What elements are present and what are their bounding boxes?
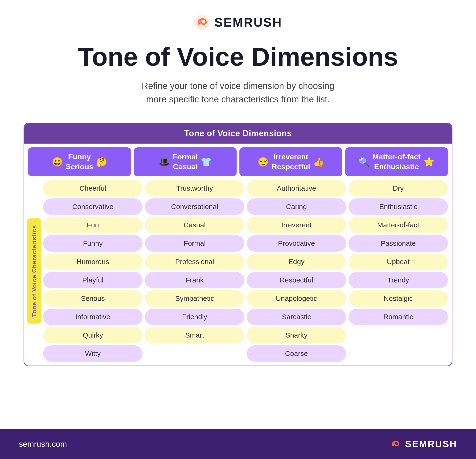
- semrush-logo-icon: [194, 14, 210, 31]
- cell-r6c3: Nostalgic: [348, 290, 448, 307]
- cell-r5c2: Respectful: [247, 272, 346, 288]
- col3-label: IrreverentRespectful: [272, 152, 310, 172]
- col-header-matter-enthusiastic: 🔍 Matter-of-factEnthusiastic ⭐: [345, 147, 448, 176]
- side-label: Tone of Voice Characteristics: [27, 218, 41, 324]
- table-row: Serious Sympathetic Unapologetic Nostalg…: [43, 290, 448, 307]
- cell-r2c2: Irreverent: [247, 217, 346, 233]
- cell-r4c1: Professional: [145, 254, 244, 270]
- cell-r1c1: Conversational: [145, 198, 244, 215]
- cell-r9c2: Coarse: [247, 345, 346, 362]
- footer-semrush-icon: [389, 438, 402, 451]
- cell-r0c2: Authoritative: [247, 180, 346, 197]
- cell-r2c1: Casual: [145, 217, 244, 233]
- main-table: Tone of Voice Dimensions 😀 FunnySerious …: [24, 123, 452, 366]
- page-title: Tone of Voice Dimensions: [78, 42, 398, 71]
- cell-r8c2: Snarky: [247, 327, 346, 344]
- cell-r0c3: Dry: [348, 180, 448, 197]
- cell-r4c3: Upbeat: [348, 254, 448, 270]
- cell-r2c0: Fun: [43, 217, 143, 233]
- table-header-title: Tone of Voice Dimensions: [24, 123, 452, 144]
- table-row: Quirky Smart Snarky: [43, 327, 448, 344]
- cell-r8c1: Smart: [145, 327, 244, 344]
- col2-label: FormalCasual: [172, 152, 198, 172]
- col2-emoji-right: 👕: [201, 157, 212, 167]
- col1-label: FunnySerious: [66, 152, 93, 172]
- cell-r5c3: Trendy: [348, 272, 448, 288]
- cell-r3c1: Formal: [145, 235, 244, 252]
- table-row: Funny Formal Provocative Passionate: [43, 235, 448, 252]
- side-label-container: Tone of Voice Characteristics: [28, 180, 40, 362]
- logo-area: SEMRUSH: [194, 14, 282, 31]
- cell-r9c3: [348, 345, 448, 362]
- cell-r7c2: Sarcastic: [247, 309, 346, 325]
- cell-r8c3: [348, 327, 448, 344]
- cell-r4c0: Humorous: [43, 254, 143, 270]
- table-row: Cheerful Trustworthy Authoritative Dry: [43, 180, 448, 197]
- footer: semrush.com SEMRUSH: [0, 429, 476, 459]
- table-row: Conservative Conversational Caring Enthu…: [43, 198, 448, 215]
- column-headers: 😀 FunnySerious 🤔 🎩 FormalCasual 👕 😏 Irre…: [24, 144, 452, 176]
- col2-emoji-left: 🎩: [159, 157, 170, 167]
- cell-r5c1: Frank: [145, 272, 244, 288]
- table-row: Fun Casual Irreverent Matter-of-fact: [43, 217, 448, 233]
- cell-r7c3: Romantic: [348, 309, 448, 325]
- cell-r3c3: Passionate: [348, 235, 448, 252]
- cell-r6c0: Serious: [43, 290, 143, 307]
- table-row: Witty Coarse: [43, 345, 448, 362]
- table-row: Playful Frank Respectful Trendy: [43, 272, 448, 288]
- cell-r1c3: Enthusiastic: [348, 198, 448, 215]
- cell-r8c0: Quirky: [43, 327, 143, 344]
- cell-r2c3: Matter-of-fact: [348, 217, 448, 233]
- page-subtitle: Refine your tone of voice dimension by c…: [132, 79, 344, 106]
- col-header-funny-serious: 😀 FunnySerious 🤔: [28, 147, 131, 176]
- main-content: SEMRUSH Tone of Voice Dimensions Refine …: [0, 0, 476, 429]
- cell-r6c1: Sympathetic: [145, 290, 244, 307]
- footer-url: semrush.com: [19, 439, 67, 449]
- col4-label: Matter-of-factEnthusiastic: [373, 152, 421, 172]
- cell-r1c2: Caring: [247, 198, 346, 215]
- col1-emoji-right: 🤔: [96, 157, 107, 167]
- cell-r9c0: Witty: [43, 345, 143, 362]
- footer-logo-text: SEMRUSH: [405, 439, 457, 449]
- cell-r1c0: Conservative: [43, 198, 143, 215]
- col3-emoji-right: 👍: [313, 157, 324, 167]
- footer-logo: SEMRUSH: [389, 438, 457, 451]
- table-row: Informative Friendly Sarcastic Romantic: [43, 309, 448, 325]
- col4-emoji-left: 🔍: [359, 157, 370, 167]
- cell-r7c1: Friendly: [145, 309, 244, 325]
- cell-r5c0: Playful: [43, 272, 143, 288]
- cell-r9c1: [145, 345, 244, 362]
- cell-r0c1: Trustworthy: [145, 180, 244, 197]
- cell-r3c0: Funny: [43, 235, 143, 252]
- col1-emoji-left: 😀: [52, 157, 63, 167]
- logo-text: SEMRUSH: [214, 15, 282, 29]
- col-header-irreverent-respectful: 😏 IrreverentRespectful 👍: [239, 147, 342, 176]
- col4-emoji-right: ⭐: [424, 157, 434, 167]
- col-header-formal-casual: 🎩 FormalCasual 👕: [134, 147, 237, 176]
- table-row: Humorous Professional Edgy Upbeat: [43, 254, 448, 270]
- cell-r7c0: Informative: [43, 309, 143, 325]
- cell-r3c2: Provocative: [247, 235, 346, 252]
- svg-point-1: [198, 22, 200, 25]
- cell-r4c2: Edgy: [247, 254, 346, 270]
- svg-point-0: [194, 15, 210, 30]
- cell-r0c0: Cheerful: [43, 180, 143, 197]
- data-section: Tone of Voice Characteristics Cheerful T…: [24, 176, 452, 366]
- svg-point-2: [392, 444, 394, 446]
- col3-emoji-left: 😏: [258, 157, 269, 167]
- cell-r6c2: Unapologetic: [247, 290, 346, 307]
- data-rows: Cheerful Trustworthy Authoritative Dry C…: [43, 180, 448, 362]
